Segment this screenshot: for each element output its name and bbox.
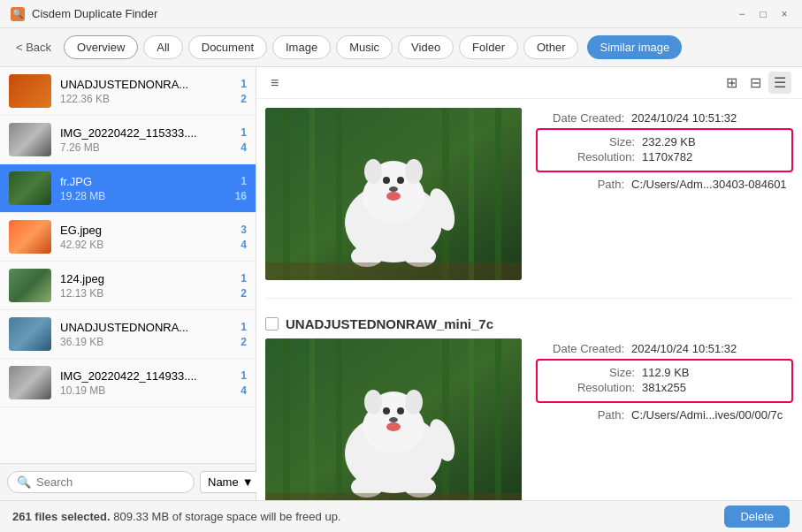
- main-content: UNADJUSTEDNONRA... 122.36 KB 1 2 IMG_202…: [0, 67, 802, 500]
- file-detail-card-1: Date Created: 2024/10/24 10:51:32 Size: …: [265, 108, 793, 280]
- search-icon: 🔍: [17, 475, 31, 489]
- svg-rect-25: [336, 338, 342, 500]
- file-name: IMG_20220422_114933....: [60, 369, 232, 383]
- preview-image-2: [265, 338, 522, 500]
- list-item[interactable]: fr.JPG 19.28 MB 1 16: [0, 164, 256, 213]
- window-controls: − □ ×: [735, 7, 791, 21]
- file-badges: 1 4: [241, 369, 247, 397]
- svg-rect-27: [469, 338, 474, 500]
- thumbnail-image: [9, 317, 51, 351]
- badge-count1: 3: [241, 224, 247, 236]
- tab-music[interactable]: Music: [336, 35, 393, 59]
- resolution-row-2: Resolution: 381x255: [546, 381, 783, 394]
- list-item[interactable]: UNADJUSTEDNONRA... 36.19 KB 1 2: [0, 310, 256, 359]
- tab-video[interactable]: Video: [398, 35, 454, 59]
- similar-image-button[interactable]: Similar image: [587, 35, 682, 59]
- file-name: UNADJUSTEDNONRA...: [60, 78, 232, 91]
- size-label-2: Size:: [546, 366, 635, 379]
- file-list: UNADJUSTEDNONRA... 122.36 KB 1 2 IMG_202…: [0, 67, 256, 463]
- path-row-2: Path: C:/Users/Admi...ives/00/00/7c: [536, 408, 793, 422]
- size-value-2: 112.9 KB: [642, 366, 690, 379]
- tab-document[interactable]: Document: [188, 35, 267, 59]
- file-badges: 1 4: [241, 126, 247, 154]
- svg-point-36: [389, 417, 398, 422]
- sort-label: Name: [208, 475, 239, 489]
- grid-view-button[interactable]: ⊞: [721, 72, 743, 94]
- tab-all[interactable]: All: [143, 35, 182, 59]
- tab-image[interactable]: Image: [272, 35, 331, 59]
- file-thumbnail: [9, 366, 51, 399]
- svg-point-37: [386, 422, 401, 431]
- svg-point-35: [397, 407, 404, 414]
- list-item[interactable]: EG.jpeg 42.92 KB 3 4: [0, 213, 256, 262]
- file-badges: 1 2: [241, 78, 247, 105]
- file-info: UNADJUSTEDNONRA... 36.19 KB: [60, 321, 232, 348]
- right-panel: ≡ ⊞ ⊟ ☰: [256, 67, 802, 500]
- filter-icon[interactable]: ≡: [267, 73, 282, 93]
- highlighted-meta-2: Size: 112.9 KB Resolution: 381x255: [536, 359, 793, 403]
- card-divider: [265, 298, 793, 299]
- date-created-value: 2024/10/24 10:51:32: [631, 111, 737, 125]
- app-title: Cisdem Duplicate Finder: [32, 7, 735, 20]
- view-toggle: ⊞ ⊟ ☰: [721, 72, 791, 94]
- file-size: 19.28 MB: [60, 190, 226, 202]
- columns-view-button[interactable]: ⊟: [745, 72, 767, 94]
- svg-rect-23: [283, 338, 290, 500]
- close-button[interactable]: ×: [777, 7, 791, 21]
- minimize-button[interactable]: −: [735, 7, 749, 21]
- file-name: IMG_20220422_115333....: [60, 126, 232, 140]
- badge-count2: 16: [235, 190, 247, 202]
- svg-point-33: [405, 390, 423, 414]
- badge-count2: 4: [241, 384, 247, 397]
- svg-rect-3: [309, 108, 315, 280]
- svg-point-11: [364, 159, 382, 184]
- list-item[interactable]: IMG_20220422_115333.... 7.26 MB 1 4: [0, 116, 256, 164]
- path-value: C:/Users/Adm...30403-084601: [631, 178, 787, 191]
- file-thumbnail: [9, 74, 51, 108]
- size-row: Size: 232.29 KB: [546, 135, 783, 148]
- svg-rect-20: [265, 262, 522, 280]
- file-header-2: UNADJUSTEDNONRAW_mini_7c: [265, 316, 793, 331]
- app-icon: 🔍: [11, 7, 25, 21]
- tab-other[interactable]: Other: [523, 35, 579, 59]
- path-row: Path: C:/Users/Adm...30403-084601: [536, 178, 793, 191]
- file-checkbox-2[interactable]: [265, 317, 279, 331]
- file-thumbnail: [9, 123, 51, 156]
- resolution-value: 1170x782: [642, 150, 692, 163]
- svg-rect-26: [442, 338, 449, 500]
- size-row-2: Size: 112.9 KB: [546, 366, 783, 379]
- search-input[interactable]: [36, 475, 185, 489]
- file-detail-card-2: UNADJUSTEDNONRAW_mini_7c: [265, 316, 793, 500]
- tab-folder[interactable]: Folder: [459, 35, 518, 59]
- search-box[interactable]: 🔍: [7, 471, 195, 493]
- list-item[interactable]: IMG_20220422_114933.... 10.19 MB 1 4: [0, 359, 256, 407]
- date-created-value-2: 2024/10/24 10:51:32: [631, 342, 737, 355]
- list-item[interactable]: 124.jpeg 12.13 KB 1 2: [0, 262, 256, 310]
- left-bottom-bar: 🔍 Name ▼: [0, 463, 256, 500]
- file-size: 122.36 KB: [60, 93, 232, 105]
- file-size: 12.13 KB: [60, 287, 232, 300]
- status-bar: 261 files selected. 809.33 MB of storage…: [0, 500, 802, 532]
- badge-count2: 4: [241, 141, 247, 154]
- svg-point-34: [383, 407, 390, 414]
- svg-point-14: [397, 177, 404, 184]
- svg-rect-6: [469, 108, 474, 280]
- maximize-button[interactable]: □: [756, 7, 770, 21]
- back-button[interactable]: < Back: [9, 37, 58, 57]
- thumbnail-image: [9, 269, 51, 302]
- svg-point-15: [389, 186, 398, 192]
- delete-button[interactable]: Delete: [724, 505, 790, 528]
- list-item[interactable]: UNADJUSTEDNONRA... 122.36 KB 1 2: [0, 67, 256, 116]
- file-thumbnail: [9, 317, 51, 351]
- path-value-2: C:/Users/Admi...ives/00/00/7c: [631, 408, 783, 422]
- list-view-button[interactable]: ☰: [768, 72, 791, 94]
- file-size: 7.26 MB: [60, 141, 232, 154]
- file-info: IMG_20220422_115333.... 7.26 MB: [60, 126, 232, 154]
- file-card-2: Date Created: 2024/10/24 10:51:32 Size: …: [265, 338, 793, 500]
- file-name: UNADJUSTEDNONRA...: [60, 321, 232, 334]
- file-info: EG.jpeg 42.92 KB: [60, 224, 232, 251]
- sort-dropdown[interactable]: Name ▼: [200, 471, 262, 493]
- tab-overview[interactable]: Overview: [64, 35, 138, 59]
- right-content: Date Created: 2024/10/24 10:51:32 Size: …: [256, 99, 802, 500]
- badge-count1: 1: [241, 369, 247, 382]
